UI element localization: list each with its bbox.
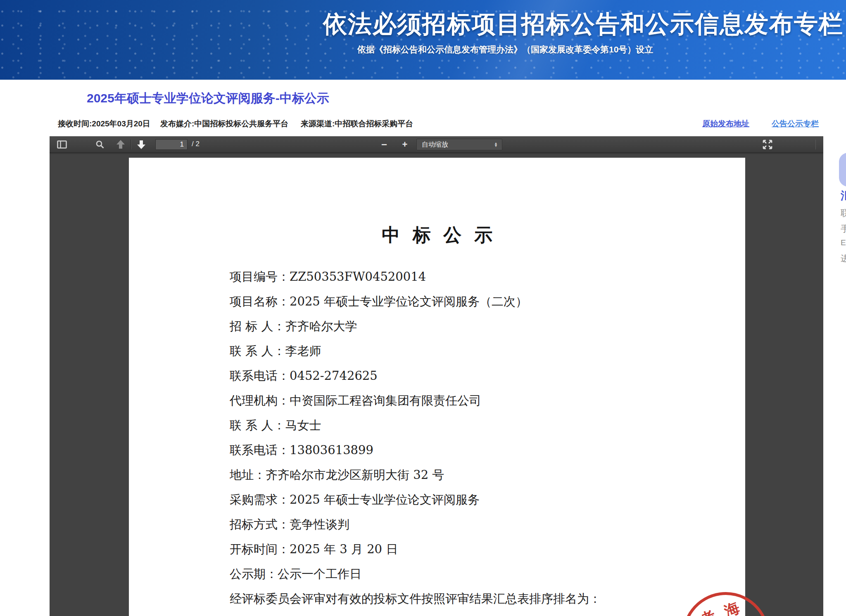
doc-line: 招标方式：竞争性谈判 xyxy=(230,512,705,537)
pdf-page: 中 标 公 示 项目编号：ZZ50353FW04520014 项目名称：2025… xyxy=(129,158,745,616)
banner-subtitle: 依据《招标公告和公示信息发布管理办法》（国家发展改革委令第10号）设立 xyxy=(357,44,653,55)
presentation-mode-button[interactable] xyxy=(758,136,777,153)
meta-publish-medium: 发布媒介:中国招标投标公共服务平台 xyxy=(160,118,288,129)
page-title: 2025年硕士专业学位论文评阅服务-中标公示 xyxy=(87,90,329,107)
sidebar-toggle-icon xyxy=(57,140,67,149)
document-body: 项目编号：ZZ50353FW04520014 项目名称：2025 年硕士专业学位… xyxy=(230,264,705,611)
rail-text-fragment: 汇 xyxy=(841,188,846,203)
doc-line: 招 标 人：齐齐哈尔大学 xyxy=(230,314,705,339)
doc-line: 联系电话：13803613899 xyxy=(230,438,705,462)
announcement-column-link[interactable]: 公告公示专栏 xyxy=(772,118,819,129)
toolbar-right-separator xyxy=(815,140,816,149)
pdf-toolbar: / 2 − + 自动缩放 ▲ ▼ xyxy=(50,136,823,153)
banner-title: 依法必须招标项目招标公告和公示信息发布专栏 xyxy=(323,8,844,40)
doc-line: 采购需求：2025 年硕士专业学位论文评阅服务 xyxy=(230,487,705,512)
doc-line: 地址：齐齐哈尔市龙沙区新明大街 32 号 xyxy=(230,462,705,487)
rail-text-fragment: E xyxy=(841,238,846,247)
doc-line: 联 系 人：马女士 xyxy=(230,413,705,438)
doc-line: 联 系 人：李老师 xyxy=(230,339,705,363)
doc-line: 公示期：公示一个工作日 xyxy=(230,562,705,586)
doc-line: 经评标委员会评审对有效的投标文件按照评审结果汇总表排序排名为： xyxy=(230,586,705,611)
next-page-button[interactable] xyxy=(133,136,150,153)
fullscreen-icon xyxy=(762,139,773,150)
doc-line: 联系电话：0452-2742625 xyxy=(230,363,705,388)
seal-character: 海 xyxy=(722,597,743,616)
zoom-mode-label: 自动缩放 xyxy=(417,140,494,149)
page-count-label: / 2 xyxy=(192,140,200,148)
rail-pill-button[interactable] xyxy=(839,153,846,187)
arrow-up-icon xyxy=(116,140,125,149)
doc-line: 开标时间：2025 年 3 月 20 日 xyxy=(230,537,705,562)
right-rail: 汇 联 手 E 进 xyxy=(823,136,846,616)
rail-text-fragment: 联 xyxy=(841,207,846,219)
meta-received-time: 接收时间:2025年03月20日 xyxy=(58,118,150,129)
select-caret-icon: ▲ ▼ xyxy=(494,142,502,147)
doc-line: 项目名称：2025 年硕士专业学位论文评阅服务（二次） xyxy=(230,289,705,314)
page-number-input[interactable] xyxy=(155,139,188,150)
zoom-out-button[interactable]: − xyxy=(377,136,392,153)
original-publish-link[interactable]: 原始发布地址 xyxy=(702,118,749,129)
seal-character: 考 xyxy=(698,606,719,616)
document-title: 中 标 公 示 xyxy=(129,223,745,247)
zoom-mode-select[interactable]: 自动缩放 ▲ ▼ xyxy=(416,139,502,150)
sidebar-toggle-button[interactable] xyxy=(54,136,70,153)
doc-line: 项目编号：ZZ50353FW04520014 xyxy=(230,264,705,289)
site-banner: 依法必须招标项目招标公告和公示信息发布专栏 依据《招标公告和公示信息发布管理办法… xyxy=(0,0,846,80)
pdf-viewer: / 2 − + 自动缩放 ▲ ▼ xyxy=(50,136,823,616)
zoom-in-button[interactable]: + xyxy=(397,136,412,153)
doc-line: 代理机构：中资国际工程咨询集团有限责任公司 xyxy=(230,388,705,413)
rail-text-fragment: 手 xyxy=(841,223,846,235)
toolbar-separator xyxy=(131,140,131,149)
meta-source-channel: 来源渠道:中招联合招标采购平台 xyxy=(301,118,413,129)
previous-page-button[interactable] xyxy=(112,136,129,153)
arrow-down-icon xyxy=(137,140,146,149)
rail-text-fragment: 进 xyxy=(841,253,846,264)
search-icon xyxy=(95,140,105,149)
find-button[interactable] xyxy=(93,136,107,153)
